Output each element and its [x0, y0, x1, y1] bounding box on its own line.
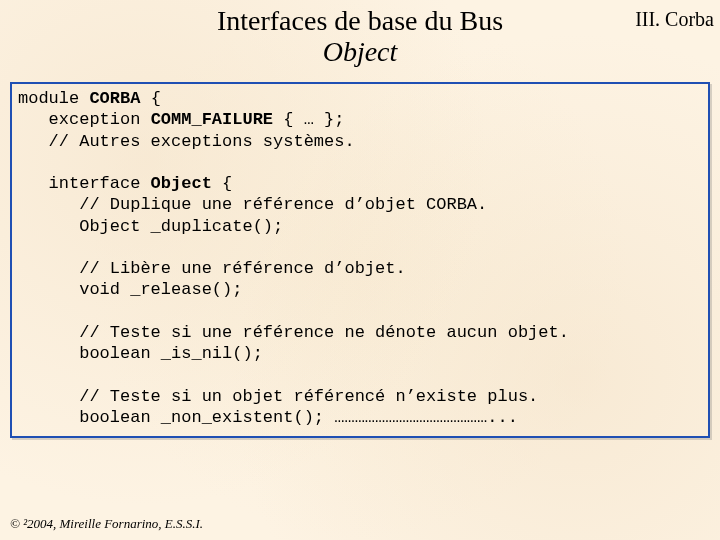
- code-line-11: // Teste si un objet référencé n’existe …: [18, 387, 538, 406]
- code-line-8: void _release();: [18, 280, 242, 299]
- code-blank-4: [18, 365, 28, 384]
- code-block: module CORBA { exception COMM_FAILURE { …: [10, 82, 710, 438]
- code-line-12: boolean _non_existent(); …………………………………………: [18, 408, 518, 427]
- code-line-2: exception COMM_FAILURE { … };: [18, 110, 344, 129]
- slide-header: Interfaces de base du Bus Object III. Co…: [0, 0, 720, 78]
- slide-footer: © ²2004, Mireille Fornarino, E.S.S.I.: [10, 516, 203, 532]
- code-line-4: interface Object {: [18, 174, 232, 193]
- title-line-2: Object: [0, 37, 720, 68]
- code-line-5: // Duplique une référence d’objet CORBA.: [18, 195, 487, 214]
- code-line-3: // Autres exceptions systèmes.: [18, 132, 355, 151]
- title-line-1: Interfaces de base du Bus: [217, 5, 503, 36]
- code-line-10: boolean _is_nil();: [18, 344, 263, 363]
- code-line-9: // Teste si une référence ne dénote aucu…: [18, 323, 569, 342]
- code-line-6: Object _duplicate();: [18, 217, 283, 236]
- code-blank-1: [18, 153, 28, 172]
- code-blank-2: [18, 238, 28, 257]
- code-line-1: module CORBA {: [18, 89, 161, 108]
- code-line-7: // Libère une référence d’objet.: [18, 259, 406, 278]
- section-label: III. Corba: [635, 8, 714, 31]
- slide-title: Interfaces de base du Bus Object: [0, 6, 720, 68]
- code-blank-3: [18, 302, 28, 321]
